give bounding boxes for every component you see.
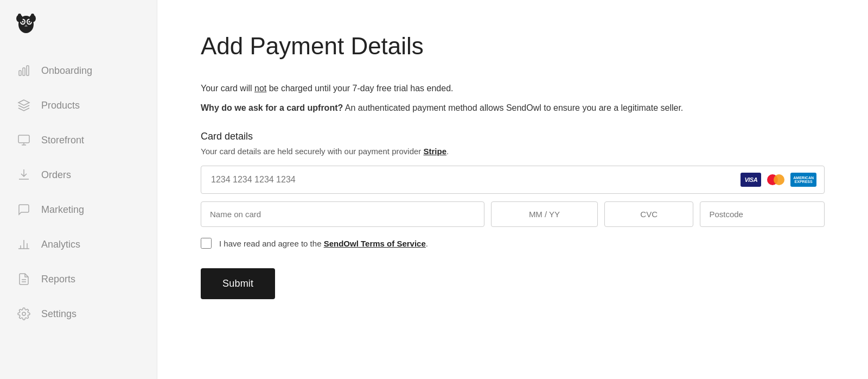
sidebar-item-settings[interactable]: Settings: [0, 296, 157, 331]
submit-button[interactable]: Submit: [201, 268, 275, 299]
name-on-card-input[interactable]: [201, 201, 484, 227]
gear-icon: [16, 306, 31, 321]
sidebar-item-orders[interactable]: Orders: [0, 157, 157, 192]
sidebar: Onboarding Products Storefront Orders Ma…: [0, 0, 157, 379]
svg-point-11: [31, 14, 34, 17]
sidebar-item-onboarding[interactable]: Onboarding: [0, 53, 157, 88]
sidebar-item-marketing[interactable]: Marketing: [0, 192, 157, 227]
card-logos: VISA AMERICAN EXPRESS: [741, 173, 824, 187]
sidebar-item-marketing-label: Marketing: [41, 204, 84, 216]
mastercard-logo-icon: [764, 173, 787, 187]
amex-logo-icon: AMERICAN EXPRESS: [790, 173, 816, 187]
tos-link[interactable]: SendOwl Terms of Service: [324, 239, 426, 248]
svg-point-6: [29, 21, 30, 23]
cvc-input[interactable]: [604, 201, 693, 227]
sidebar-item-onboarding-label: Onboarding: [41, 65, 92, 77]
not-underline: not: [254, 84, 266, 93]
svg-rect-12: [19, 71, 21, 75]
tos-checkbox[interactable]: [201, 238, 212, 249]
download-icon: [16, 167, 31, 182]
sidebar-item-storefront[interactable]: Storefront: [0, 123, 157, 157]
why-upfront-bold: Why do we ask for a card upfront?: [201, 103, 343, 112]
card-provider-text: Your card details are held securely with…: [201, 147, 825, 156]
page-title: Add Payment Details: [201, 33, 825, 60]
sidebar-item-reports-label: Reports: [41, 274, 75, 285]
visa-logo-icon: VISA: [741, 173, 761, 187]
sidebar-item-analytics[interactable]: Analytics: [0, 227, 157, 262]
monitor-icon: [16, 132, 31, 148]
file-icon: [16, 271, 31, 287]
sidebar-item-reports[interactable]: Reports: [0, 262, 157, 296]
postcode-input[interactable]: [700, 201, 825, 227]
svg-point-22: [22, 312, 25, 315]
sidebar-item-analytics-label: Analytics: [41, 239, 80, 250]
svg-rect-14: [27, 66, 29, 75]
card-second-row: [201, 201, 825, 227]
sidebar-item-storefront-label: Storefront: [41, 135, 84, 146]
sidebar-item-orders-label: Orders: [41, 169, 71, 181]
svg-rect-15: [18, 135, 29, 143]
tos-row: I have read and agree to the SendOwl Ter…: [201, 238, 825, 249]
tos-text: I have read and agree to the SendOwl Ter…: [219, 239, 428, 248]
trial-notice: Your card will not be charged until your…: [201, 81, 825, 96]
chart-icon: [16, 63, 31, 78]
sidebar-logo: [0, 0, 52, 48]
app-logo-icon: [13, 10, 39, 36]
why-upfront-text: Why do we ask for a card upfront? An aut…: [201, 101, 825, 115]
svg-rect-13: [23, 68, 25, 75]
card-number-input[interactable]: [201, 166, 741, 193]
svg-point-5: [22, 21, 24, 23]
sidebar-item-products-label: Products: [41, 100, 80, 111]
card-details-heading: Card details: [201, 131, 825, 142]
main-content: Add Payment Details Your card will not b…: [157, 0, 868, 379]
stripe-link[interactable]: Stripe: [424, 147, 447, 156]
sidebar-item-products[interactable]: Products: [0, 88, 157, 123]
bar-chart-icon: [16, 237, 31, 252]
svg-point-10: [18, 14, 21, 17]
card-number-row: VISA AMERICAN EXPRESS: [201, 166, 825, 194]
box-icon: [16, 98, 31, 113]
message-icon: [16, 202, 31, 217]
sidebar-item-settings-label: Settings: [41, 308, 76, 320]
why-upfront-detail: An authenticated payment method allows S…: [343, 103, 683, 112]
expiry-input[interactable]: [491, 201, 598, 227]
